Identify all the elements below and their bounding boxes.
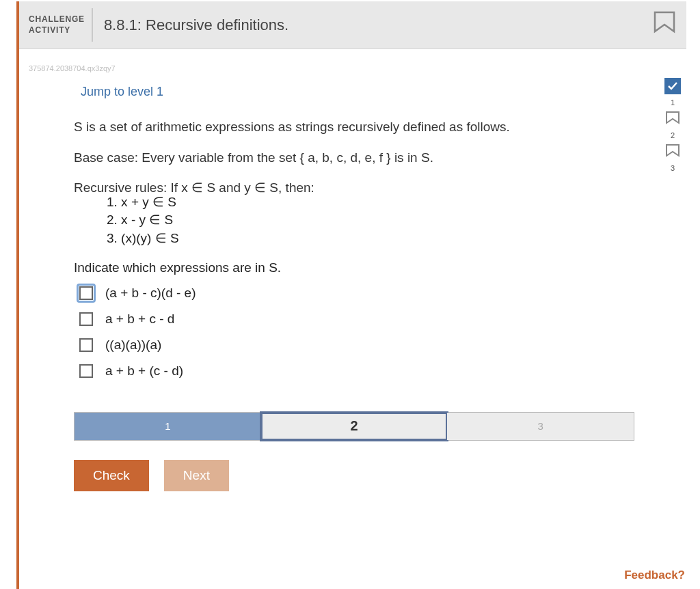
level-indicator-strip: 1 2 3 <box>662 78 684 172</box>
option-text-1: (a + b - c)(d - e) <box>105 286 196 301</box>
activity-container: CHALLENGE ACTIVITY 8.8.1: Recursive defi… <box>16 1 686 589</box>
next-button[interactable]: Next <box>164 460 229 491</box>
problem-base-case: Base case: Every variable from the set {… <box>74 149 593 167</box>
checkbox-1-wrap <box>77 284 96 303</box>
activity-header: CHALLENGE ACTIVITY 8.8.1: Recursive defi… <box>19 1 686 49</box>
activity-title: 8.8.1: Recursive definitions. <box>93 1 288 49</box>
label-line-2: ACTIVITY <box>29 25 85 36</box>
option-row-2: a + b + c - d <box>77 310 593 329</box>
options-list: (a + b - c)(d - e) a + b + c - d ((a)(a)… <box>77 284 593 381</box>
bookmark-icon[interactable] <box>652 11 677 42</box>
level-number-2: 2 <box>671 131 675 139</box>
challenge-activity-label: CHALLENGE ACTIVITY <box>19 1 92 49</box>
checkbox-3-wrap <box>77 335 96 355</box>
level-box-2[interactable] <box>664 111 681 127</box>
option-text-3: ((a)(a))(a) <box>105 338 161 353</box>
checkbox-2-wrap <box>77 310 96 329</box>
checkbox-3[interactable] <box>79 338 93 352</box>
level-number-1: 1 <box>671 98 675 107</box>
option-row-4: a + b + (c - d) <box>77 361 593 381</box>
checkbox-1[interactable] <box>79 286 93 300</box>
checkbox-2[interactable] <box>79 312 93 326</box>
level-box-1[interactable] <box>664 78 681 94</box>
rules-list: 1. x + y ∈ S 2. x - y ∈ S 3. (x)(y) ∈ S <box>107 193 593 248</box>
question-id: 375874.2038704.qx3zqy7 <box>29 64 677 72</box>
checkbox-4[interactable] <box>79 364 93 378</box>
option-text-4: a + b + (c - d) <box>105 364 183 379</box>
feedback-link[interactable]: Feedback? <box>624 569 685 582</box>
problem-content: S is a set of arithmetic expressions as … <box>74 118 593 491</box>
step-2[interactable]: 2 <box>261 413 448 440</box>
level-box-3[interactable] <box>664 143 681 160</box>
button-row: Check Next <box>74 460 593 491</box>
label-line-1: CHALLENGE <box>29 14 85 25</box>
check-button[interactable]: Check <box>74 460 149 491</box>
jump-to-level-link[interactable]: Jump to level 1 <box>81 85 163 99</box>
option-row-1: (a + b - c)(d - e) <box>77 284 593 303</box>
level-number-3: 3 <box>671 164 675 172</box>
activity-body: 375874.2038704.qx3zqy7 Jump to level 1 1… <box>19 49 686 589</box>
option-row-3: ((a)(a))(a) <box>77 335 593 355</box>
problem-intro: S is a set of arithmetic expressions as … <box>74 118 593 137</box>
problem-prompt: Indicate which expressions are in S. <box>74 260 593 275</box>
checkbox-4-wrap <box>77 361 96 381</box>
step-1[interactable]: 1 <box>75 413 261 440</box>
rule-2: 2. x - y ∈ S <box>107 211 593 230</box>
step-progress-bar: 1 2 3 <box>74 412 634 441</box>
option-text-2: a + b + c - d <box>105 312 174 327</box>
rule-3: 3. (x)(y) ∈ S <box>107 230 593 248</box>
step-3[interactable]: 3 <box>447 413 634 440</box>
